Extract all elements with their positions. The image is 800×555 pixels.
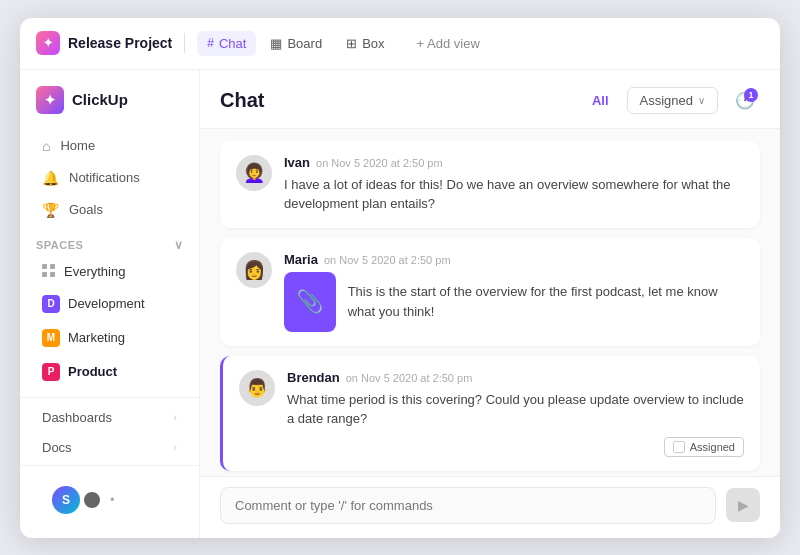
- comment-input[interactable]: [220, 487, 716, 524]
- filter-controls: All Assigned ∨: [580, 87, 718, 114]
- sidebar-item-marketing[interactable]: M Marketing: [26, 322, 193, 354]
- user-status: •: [110, 492, 115, 507]
- box-icon: ⊞: [346, 36, 357, 51]
- home-icon: ⌂: [42, 138, 50, 154]
- brendan-meta: Brendan on Nov 5 2020 at 2:50 pm: [287, 370, 744, 385]
- maria-content: Maria on Nov 5 2020 at 2:50 pm 📎 This is…: [284, 252, 744, 332]
- sidebar-item-dashboards[interactable]: Dashboards ›: [26, 403, 193, 432]
- message-ivan: 👩‍🦱 Ivan on Nov 5 2020 at 2:50 pm I have…: [220, 141, 760, 228]
- maria-avatar: 👩: [236, 252, 272, 288]
- logo-icon: ✦: [36, 86, 64, 114]
- user-profile[interactable]: S •: [36, 478, 183, 522]
- tab-box[interactable]: ⊞ Box: [336, 31, 394, 56]
- sidebar: ✦ ClickUp ⌂ Home 🔔 Notifications 🏆 Goals…: [20, 70, 200, 538]
- secondary-avatar: [82, 490, 102, 510]
- chevron-down-icon: ∨: [698, 95, 705, 106]
- ivan-author: Ivan: [284, 155, 310, 170]
- sidebar-item-notifications[interactable]: 🔔 Notifications: [26, 163, 193, 193]
- app-window: ✦ Release Project # Chat ▦ Board ⊞ Box +…: [20, 18, 780, 538]
- notification-button[interactable]: 🕐 1: [730, 86, 760, 116]
- brendan-avatar: 👨: [239, 370, 275, 406]
- development-dot: D: [42, 295, 60, 313]
- marketing-dot: M: [42, 329, 60, 347]
- sidebar-item-home[interactable]: ⌂ Home: [26, 131, 193, 161]
- product-dot: P: [42, 363, 60, 381]
- send-button[interactable]: ▶: [726, 488, 760, 522]
- brendan-time: on Nov 5 2020 at 2:50 pm: [346, 372, 473, 384]
- ivan-time: on Nov 5 2020 at 2:50 pm: [316, 157, 443, 169]
- maria-author: Maria: [284, 252, 318, 267]
- brendan-text: What time period is this covering? Could…: [287, 390, 744, 429]
- filter-all-button[interactable]: All: [580, 88, 621, 113]
- sidebar-item-everything[interactable]: Everything: [26, 257, 193, 286]
- top-header: ✦ Release Project # Chat ▦ Board ⊞ Box +…: [20, 18, 780, 70]
- message-brendan: 👨 Brendan on Nov 5 2020 at 2:50 pm What …: [220, 356, 760, 471]
- dashboards-chevron-icon: ›: [173, 411, 177, 423]
- tab-board[interactable]: ▦ Board: [260, 31, 332, 56]
- grid-icon: [42, 264, 56, 278]
- logo: ✦ ClickUp: [20, 78, 199, 130]
- comment-area: ▶: [200, 476, 780, 538]
- tab-chat[interactable]: # Chat: [197, 31, 256, 56]
- user-area[interactable]: S •: [20, 465, 199, 530]
- assigned-checkbox: [673, 441, 685, 453]
- message-maria: 👩 Maria on Nov 5 2020 at 2:50 pm 📎 This …: [220, 238, 760, 346]
- board-icon: ▦: [270, 36, 282, 51]
- header-tabs: # Chat ▦ Board ⊞ Box: [197, 31, 394, 56]
- ivan-content: Ivan on Nov 5 2020 at 2:50 pm I have a l…: [284, 155, 744, 214]
- header-divider: [184, 33, 185, 53]
- content-header: Chat All Assigned ∨ 🕐 1: [200, 70, 780, 129]
- chevron-down-icon[interactable]: ∨: [174, 238, 184, 252]
- maria-meta: Maria on Nov 5 2020 at 2:50 pm: [284, 252, 744, 267]
- sidebar-item-docs[interactable]: Docs ›: [26, 433, 193, 462]
- sidebar-item-development[interactable]: D Development: [26, 288, 193, 320]
- add-view-button[interactable]: + Add view: [407, 31, 490, 56]
- notification-badge: 1: [744, 88, 758, 102]
- goals-icon: 🏆: [42, 202, 59, 218]
- sidebar-item-product[interactable]: P Product: [26, 356, 193, 388]
- hash-icon: #: [207, 36, 214, 50]
- bell-icon: 🔔: [42, 170, 59, 186]
- maria-time: on Nov 5 2020 at 2:50 pm: [324, 254, 451, 266]
- page-title: Chat: [220, 89, 568, 112]
- assigned-tag-button[interactable]: Assigned: [664, 437, 744, 457]
- content-area: Chat All Assigned ∨ 🕐 1 👩‍🦱: [200, 70, 780, 538]
- sidebar-item-goals[interactable]: 🏆 Goals: [26, 195, 193, 225]
- assigned-action: Assigned: [287, 437, 744, 457]
- brendan-author: Brendan: [287, 370, 340, 385]
- send-icon: ▶: [738, 497, 749, 513]
- main-layout: ✦ ClickUp ⌂ Home 🔔 Notifications 🏆 Goals…: [20, 70, 780, 538]
- chat-messages: 👩‍🦱 Ivan on Nov 5 2020 at 2:50 pm I have…: [200, 129, 780, 476]
- ivan-avatar: 👩‍🦱: [236, 155, 272, 191]
- maria-text: This is the start of the overview for th…: [348, 282, 744, 321]
- filter-assigned-button[interactable]: Assigned ∨: [627, 87, 718, 114]
- avatar: S: [52, 486, 80, 514]
- brendan-content: Brendan on Nov 5 2020 at 2:50 pm What ti…: [287, 370, 744, 457]
- ivan-meta: Ivan on Nov 5 2020 at 2:50 pm: [284, 155, 744, 170]
- ivan-text: I have a lot of ideas for this! Do we ha…: [284, 175, 744, 214]
- spaces-section-label: Spaces ∨: [20, 226, 199, 256]
- project-title[interactable]: ✦ Release Project: [36, 31, 172, 55]
- attachment-thumb[interactable]: 📎: [284, 272, 336, 332]
- docs-chevron-icon: ›: [173, 441, 177, 453]
- project-icon: ✦: [36, 31, 60, 55]
